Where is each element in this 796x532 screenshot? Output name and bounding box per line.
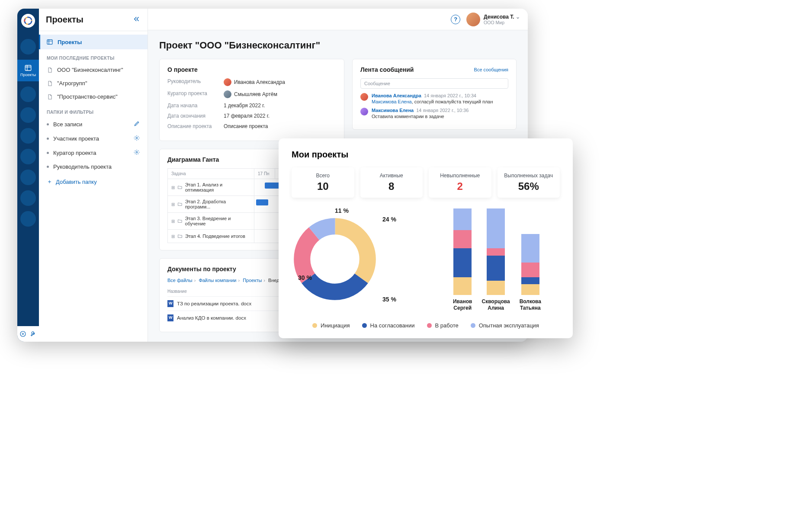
rail-label: Проекты [20, 73, 36, 77]
rail-item-1[interactable] [20, 39, 36, 54]
bar-segment [521, 284, 539, 295]
svg-rect-5 [47, 40, 52, 45]
bar-segment [487, 208, 505, 248]
avatar-icon [360, 93, 368, 101]
legend-item: Инициация [312, 322, 350, 329]
bar-segment [453, 208, 472, 230]
bullet-icon [47, 123, 49, 125]
chevron-down-icon: ⌄ [516, 14, 520, 20]
feed-message: Иванова Александра14 января 2022 г., 10:… [360, 93, 508, 104]
sidebar-recent-project[interactable]: "Агрогрупп" [39, 77, 148, 90]
crumb-link[interactable]: Файлы компании [199, 278, 236, 283]
bar-segment [487, 281, 505, 295]
legend-swatch [362, 323, 367, 328]
folder-icon [177, 202, 183, 207]
bullet-icon [47, 138, 49, 140]
rail-item-projects[interactable]: Проекты [17, 60, 39, 81]
topbar: ? Денисова Т. ⌄ ООО Мир [148, 9, 528, 30]
svg-rect-3 [25, 65, 31, 71]
feed-title: Лента сообщений [360, 66, 414, 73]
bar-column: ИвановСергей [453, 208, 472, 311]
sidebar-recent-project[interactable]: ООО "Бизнесконсалтинг" [39, 63, 148, 77]
about-card: О проекте РуководительИванова Александра… [159, 59, 344, 141]
wrench-icon[interactable] [30, 330, 37, 337]
add-folder[interactable]: ＋ Добавить папку [39, 173, 148, 190]
feed-all-link[interactable]: Все сообщения [474, 67, 508, 72]
collapse-icon[interactable] [133, 15, 141, 25]
rail-item-5[interactable] [20, 128, 36, 144]
feed-card: Лента сообщенийВсе сообщения Сообщение И… [352, 59, 517, 130]
bar-column: ВолковаТатьяна [520, 234, 541, 311]
rail-item-3[interactable] [20, 87, 36, 102]
rail-item-4[interactable] [20, 107, 36, 123]
logo-icon [23, 16, 33, 26]
sidebar-filter[interactable]: Все записи [39, 117, 148, 131]
stat-card: Невыполненные2 [429, 167, 491, 198]
avatar [466, 13, 480, 26]
bar-segment [521, 234, 539, 263]
bar-segment [487, 256, 505, 281]
stat-card: Выполненных задач56% [498, 167, 560, 198]
svg-point-11 [302, 226, 368, 292]
donut-label: 35 % [382, 296, 396, 303]
bar-segment [521, 277, 539, 285]
sidebar-item-projects[interactable]: Проекты [39, 35, 148, 49]
help-icon[interactable]: ? [451, 15, 460, 24]
feed-message: Максимова Елена14 января 2022 г., 10:36 … [360, 108, 508, 119]
chart-legend: ИнициацияНа согласованииВ работеОпытная … [292, 322, 560, 329]
add-folder-label: Добавить папку [56, 179, 97, 185]
svg-point-7 [136, 151, 138, 153]
gantt-col-task: Задача [168, 169, 254, 179]
rail-item-7[interactable] [20, 170, 36, 185]
pencil-icon[interactable] [134, 121, 140, 127]
message-input[interactable]: Сообщение [360, 78, 508, 89]
expand-icon[interactable]: ⊞ [171, 185, 175, 190]
plus-circle-icon[interactable] [19, 330, 26, 337]
bar-segment [487, 248, 505, 256]
word-icon [167, 300, 173, 307]
folder-icon [177, 218, 183, 224]
document-icon [47, 80, 53, 87]
expand-icon[interactable]: ⊞ [171, 234, 175, 239]
word-icon [167, 314, 173, 321]
projects-icon [24, 64, 32, 72]
bar-segment [453, 230, 472, 248]
overlay-title: Мои проекты [292, 150, 560, 160]
gear-icon[interactable] [134, 135, 140, 141]
list-icon [46, 38, 53, 45]
legend-swatch [312, 323, 317, 328]
sidebar-filter[interactable]: Участник проекта [39, 131, 148, 146]
folder-icon [177, 234, 183, 239]
donut-label: 30 % [298, 274, 312, 281]
rail-tools [17, 326, 39, 342]
expand-icon[interactable]: ⊞ [171, 219, 175, 224]
sidebar-filter[interactable]: Куратор проекта [39, 146, 148, 160]
legend-item: В работе [427, 322, 459, 329]
user-menu[interactable]: Денисова Т. ⌄ ООО Мир [466, 13, 520, 26]
stat-card: Активные8 [360, 167, 423, 198]
legend-swatch [427, 323, 432, 328]
rail-item-8[interactable] [20, 190, 36, 206]
bar-segment [521, 263, 539, 277]
bar-segment [453, 277, 472, 295]
stat-card: Всего10 [292, 167, 354, 198]
crumb-link[interactable]: Проекты [243, 278, 262, 283]
document-icon [47, 67, 53, 73]
app-logo[interactable] [21, 14, 35, 28]
gear-icon[interactable] [134, 149, 140, 155]
sidebar-caption-recent: МОИ ПОСЛЕДНИЕ ПРОЕКТЫ [39, 49, 148, 63]
expand-icon[interactable]: ⊞ [171, 202, 175, 207]
sidebar-recent-project[interactable]: "Пространство-сервис" [39, 90, 148, 103]
sidebar-filter[interactable]: Руководитель проекта [39, 160, 148, 173]
user-org: ООО Мир [484, 20, 520, 25]
gantt-date: 17 Пн [254, 169, 275, 179]
rail-item-6[interactable] [20, 149, 36, 164]
sidebar-caption-folders: ПАПКИ И ФИЛЬТРЫ [39, 103, 148, 117]
avatar-icon [224, 78, 231, 86]
legend-swatch [471, 323, 475, 328]
page-title: Проект "ООО "Бизнесконсалтинг" [159, 40, 517, 51]
rail-item-9[interactable] [20, 211, 36, 227]
document-icon [47, 94, 53, 100]
crumb-link[interactable]: Все файлы [167, 278, 193, 283]
donut-label: 24 % [382, 216, 396, 223]
